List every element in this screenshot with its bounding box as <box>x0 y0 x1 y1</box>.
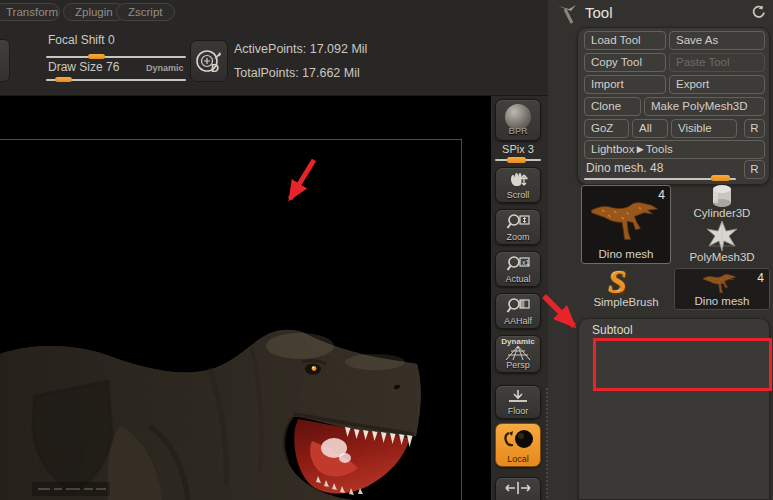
local-pivot-icon <box>501 427 535 453</box>
polymesh3d-star-icon <box>706 221 738 251</box>
spix-label: SPix 3 <box>495 143 541 155</box>
scroll-hand-icon <box>506 171 530 191</box>
dynamic-draw-size-button[interactable]: D <box>190 40 228 82</box>
simplebrush-tool[interactable]: S SimpleBrush <box>581 268 671 310</box>
canvas-side-shelf: BPR SPix 3 Scroll Zoom x1 Actual <box>491 96 548 500</box>
lsym-arrows-icon <box>505 481 531 495</box>
dynamic-draw-size-icon: D <box>194 45 224 77</box>
aahalf-magnifier-icon <box>506 297 530 317</box>
all-button[interactable]: All <box>632 119 668 138</box>
tab-transform[interactable]: Transform <box>0 3 60 21</box>
lightbox-tools-button[interactable]: Lightbox►Tools <box>584 140 765 159</box>
svg-text:D: D <box>211 62 219 74</box>
visible-button[interactable]: Visible <box>671 119 737 138</box>
focal-shift-slider-handle[interactable] <box>88 54 105 59</box>
tool-hammer-icon <box>555 3 579 25</box>
tool-panel-title: Tool <box>585 4 613 21</box>
restore-config-icon[interactable] <box>751 5 766 20</box>
tool-palette-header: Tool <box>548 0 773 26</box>
visible-r-button[interactable]: R <box>744 119 765 138</box>
zoom-button[interactable]: Zoom <box>495 209 541 245</box>
aahalf-button[interactable]: AAHalf <box>495 293 541 329</box>
dino-mesh-sprite <box>587 198 667 242</box>
mesh-r-button[interactable]: R <box>744 160 765 179</box>
spix-slider-handle[interactable] <box>507 157 526 163</box>
thumbnail-badge: 4 <box>757 271 764 285</box>
draw-size-slider-handle[interactable] <box>55 77 72 82</box>
bpr-button[interactable]: BPR <box>495 99 541 141</box>
current-tool-thumbnail[interactable]: 4 Dino mesh <box>581 185 671 264</box>
copy-tool-button[interactable]: Copy Tool <box>584 53 666 72</box>
dynamic-label: Dynamic <box>146 63 184 73</box>
thumbnail-label: Dino mesh <box>582 248 670 260</box>
persp-dynamic-label: Dynamic <box>496 337 540 346</box>
tab-zscript[interactable]: Zscript <box>116 3 175 21</box>
mesh-resolution-slider-handle[interactable] <box>711 175 730 181</box>
lsym-button[interactable]: L.Sym <box>495 477 541 500</box>
load-tool-button[interactable]: Load Tool <box>584 31 666 50</box>
persp-grid-icon <box>504 346 532 360</box>
tool-palette: Tool Load Tool Save As Copy Tool Paste T… <box>548 0 773 500</box>
make-polymesh3d-button[interactable]: Make PolyMesh3D <box>644 97 765 116</box>
clone-button[interactable]: Clone <box>584 97 641 116</box>
scroll-button[interactable]: Scroll <box>495 167 541 203</box>
subtool-title: Subtool <box>592 323 633 337</box>
subtool-container <box>578 318 770 500</box>
floor-icon <box>507 389 529 405</box>
shelf-mini-marks <box>499 377 539 383</box>
focal-shift-slider[interactable] <box>46 56 186 58</box>
actual-size-icon: x1 <box>506 255 530 275</box>
paste-tool-button: Paste Tool <box>669 53 765 72</box>
top-menu-bar: Transform Zplugin Zscript Focal Shift 0 … <box>0 0 548 96</box>
thumbnail-label: Dino mesh <box>675 295 769 307</box>
persp-button[interactable]: Dynamic Persp <box>495 335 541 373</box>
save-as-button[interactable]: Save As <box>669 31 765 50</box>
watermark-logo: ag <box>24 374 119 500</box>
brush-button-partial[interactable] <box>0 39 10 82</box>
cylinder3d-icon <box>707 184 737 208</box>
polymesh3d-tool[interactable]: PolyMesh3D <box>674 221 770 264</box>
export-button[interactable]: Export <box>669 75 765 94</box>
svg-text:x1: x1 <box>522 259 530 266</box>
draw-size-label: Draw Size 76 <box>48 60 119 74</box>
svg-text:ag: ag <box>50 430 86 470</box>
dino-mesh-sprite <box>695 272 747 294</box>
import-button[interactable]: Import <box>584 75 666 94</box>
mesh-slider-label: Dino mesh. 48 <box>586 161 663 175</box>
zoom-magnifier-icon <box>506 213 530 233</box>
goz-button[interactable]: GoZ <box>584 119 629 138</box>
local-button[interactable]: Local <box>495 423 541 467</box>
focal-shift-label: Focal Shift 0 <box>48 33 115 47</box>
active-points-readout: ActivePoints: 17.092 Mil <box>234 42 367 56</box>
viewport-canvas[interactable]: ag <box>0 96 491 500</box>
cylinder3d-tool[interactable]: Cylinder3D <box>674 184 770 220</box>
total-points-readout: TotalPoints: 17.662 Mil <box>234 66 360 80</box>
floor-button[interactable]: Floor <box>495 385 541 419</box>
dino-mesh-tool-2[interactable]: 4 Dino mesh <box>674 268 770 310</box>
actual-button[interactable]: x1 Actual <box>495 251 541 287</box>
